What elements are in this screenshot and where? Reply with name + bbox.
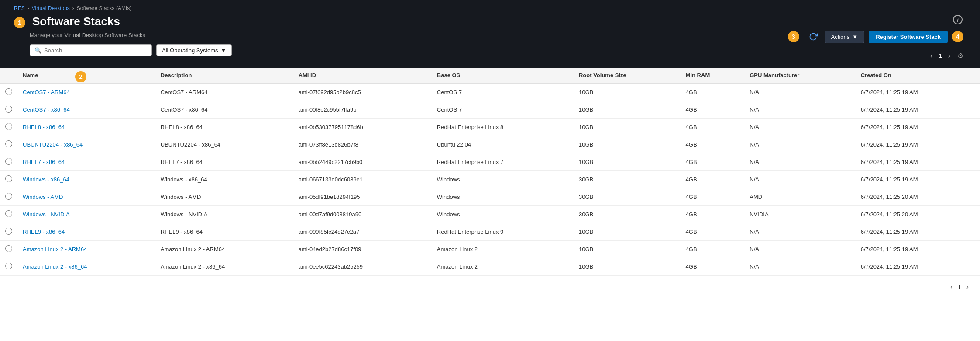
row-description-1: CentOS7 - x86_64 — [155, 101, 293, 119]
row-created-on-6: 6/7/2024, 11:25:20 AM — [856, 188, 980, 206]
breadcrumb-virtual-desktops[interactable]: Virtual Desktops — [32, 5, 70, 11]
row-radio-2[interactable] — [5, 123, 12, 130]
table-row: Amazon Linux 2 - x86_64 Amazon Linux 2 -… — [0, 258, 980, 276]
row-radio-1[interactable] — [5, 106, 12, 113]
row-select-3[interactable] — [0, 136, 17, 153]
breadcrumb: RES › Virtual Desktops › Software Stacks… — [14, 5, 966, 11]
row-select-0[interactable] — [0, 83, 17, 101]
row-created-on-1: 6/7/2024, 11:25:19 AM — [856, 101, 980, 119]
table-row: Windows - AMD Windows - AMD ami-05df91be… — [0, 188, 980, 206]
row-name-link-1[interactable]: CentOS7 - x86_64 — [23, 106, 70, 113]
bottom-pagination-prev-button[interactable]: ‹ — [948, 282, 955, 292]
row-gpu-manufacturer-0: N/A — [744, 83, 855, 101]
row-root-volume-size-5: 30GB — [574, 171, 681, 188]
row-name-0: CentOS7 - ARM64 — [17, 83, 155, 101]
row-name-link-5[interactable]: Windows - x86_64 — [23, 176, 69, 183]
step-badge-3: 3 — [788, 31, 799, 42]
row-created-on-5: 6/7/2024, 11:25:19 AM — [856, 171, 980, 188]
row-select-9[interactable] — [0, 241, 17, 258]
row-radio-7[interactable] — [5, 210, 12, 217]
row-gpu-manufacturer-4: N/A — [744, 153, 855, 171]
row-select-5[interactable] — [0, 171, 17, 188]
row-ami-id-7: ami-00d7af9d003819a90 — [293, 206, 432, 223]
row-radio-0[interactable] — [5, 88, 12, 95]
register-software-stack-button[interactable]: Register Software Stack — [869, 31, 948, 43]
row-radio-4[interactable] — [5, 158, 12, 165]
row-base-os-7: Windows — [432, 206, 574, 223]
row-gpu-manufacturer-7: NVIDIA — [744, 206, 855, 223]
row-select-10[interactable] — [0, 258, 17, 276]
table-settings-button[interactable]: ⚙ — [955, 51, 966, 61]
row-ami-id-6: ami-05df91be1d294f195 — [293, 188, 432, 206]
breadcrumb-sep-1: › — [28, 5, 29, 11]
row-gpu-manufacturer-9: N/A — [744, 241, 855, 258]
row-name-link-9[interactable]: Amazon Linux 2 - ARM64 — [23, 246, 87, 252]
actions-button[interactable]: Actions ▼ — [825, 31, 865, 43]
row-name-link-6[interactable]: Windows - AMD — [23, 194, 63, 200]
row-name-link-8[interactable]: RHEL9 - x86_64 — [23, 228, 65, 235]
row-name-link-0[interactable]: CentOS7 - ARM64 — [23, 89, 70, 95]
row-name-link-4[interactable]: RHEL7 - x86_64 — [23, 159, 65, 165]
software-stacks-table: Name Description AMI ID Base OS Root Vol… — [0, 68, 980, 276]
row-gpu-manufacturer-1: N/A — [744, 101, 855, 119]
row-root-volume-size-9: 10GB — [574, 241, 681, 258]
row-select-6[interactable] — [0, 188, 17, 206]
row-name-link-3[interactable]: UBUNTU2204 - x86_64 — [23, 141, 83, 148]
refresh-button[interactable] — [806, 30, 820, 44]
row-description-9: Amazon Linux 2 - ARM64 — [155, 241, 293, 258]
row-description-7: Windows - NVIDIA — [155, 206, 293, 223]
step-badge-2: 2 — [75, 71, 86, 82]
row-created-on-7: 6/7/2024, 11:25:20 AM — [856, 206, 980, 223]
row-base-os-8: RedHat Enterprise Linux 9 — [432, 223, 574, 241]
row-select-2[interactable] — [0, 119, 17, 136]
row-base-os-5: Windows — [432, 171, 574, 188]
row-ami-id-5: ami-0667133d0dc6089e1 — [293, 171, 432, 188]
row-root-volume-size-10: 10GB — [574, 258, 681, 276]
row-created-on-3: 6/7/2024, 11:25:19 AM — [856, 136, 980, 153]
row-ami-id-3: ami-073ff8e13d826b7f8 — [293, 136, 432, 153]
os-filter-button[interactable]: All Operating Systems ▼ — [156, 44, 232, 56]
row-created-on-4: 6/7/2024, 11:25:19 AM — [856, 153, 980, 171]
col-header-gpu-manufacturer: GPU Manufacturer — [744, 68, 855, 83]
row-select-1[interactable] — [0, 101, 17, 119]
row-radio-9[interactable] — [5, 245, 12, 252]
row-min-ram-0: 4GB — [681, 83, 745, 101]
row-root-volume-size-7: 30GB — [574, 206, 681, 223]
row-radio-10[interactable] — [5, 263, 12, 269]
row-select-4[interactable] — [0, 153, 17, 171]
bottom-pagination-next-button[interactable]: › — [964, 282, 971, 292]
row-radio-3[interactable] — [5, 140, 12, 147]
row-radio-6[interactable] — [5, 193, 12, 200]
row-created-on-2: 6/7/2024, 11:25:19 AM — [856, 119, 980, 136]
row-name-link-2[interactable]: RHEL8 - x86_64 — [23, 124, 65, 130]
row-select-7[interactable] — [0, 206, 17, 223]
search-icon: 🔍 — [34, 47, 41, 54]
col-header-base-os: Base OS — [432, 68, 574, 83]
row-ami-id-8: ami-099f85fc24d27c2a7 — [293, 223, 432, 241]
select-col-header — [0, 68, 17, 83]
row-name-10: Amazon Linux 2 - x86_64 — [17, 258, 155, 276]
table-header-row: Name Description AMI ID Base OS Root Vol… — [0, 68, 980, 83]
actions-label: Actions — [831, 34, 850, 40]
pagination-prev-button[interactable]: ‹ — [928, 51, 935, 61]
row-name-9: Amazon Linux 2 - ARM64 — [17, 241, 155, 258]
table-row: CentOS7 - x86_64 CentOS7 - x86_64 ami-00… — [0, 101, 980, 119]
row-ami-id-0: ami-07f692d95b2b9c8c5 — [293, 83, 432, 101]
pagination-current-page: 1 — [937, 51, 943, 60]
search-input[interactable] — [44, 47, 147, 54]
actions-chevron-icon: ▼ — [852, 34, 858, 40]
row-name-link-7[interactable]: Windows - NVIDIA — [23, 211, 70, 218]
row-description-3: UBUNTU2204 - x86_64 — [155, 136, 293, 153]
row-name-link-10[interactable]: Amazon Linux 2 - x86_64 — [23, 263, 87, 270]
row-radio-8[interactable] — [5, 228, 12, 235]
breadcrumb-res[interactable]: RES — [14, 5, 25, 11]
col-header-ami-id: AMI ID — [293, 68, 432, 83]
row-min-ram-9: 4GB — [681, 241, 745, 258]
row-radio-5[interactable] — [5, 175, 12, 182]
row-created-on-9: 6/7/2024, 11:25:19 AM — [856, 241, 980, 258]
row-base-os-3: Ubuntu 22.04 — [432, 136, 574, 153]
pagination-next-button[interactable]: › — [946, 51, 953, 61]
row-base-os-9: Amazon Linux 2 — [432, 241, 574, 258]
row-name-1: CentOS7 - x86_64 — [17, 101, 155, 119]
row-select-8[interactable] — [0, 223, 17, 241]
